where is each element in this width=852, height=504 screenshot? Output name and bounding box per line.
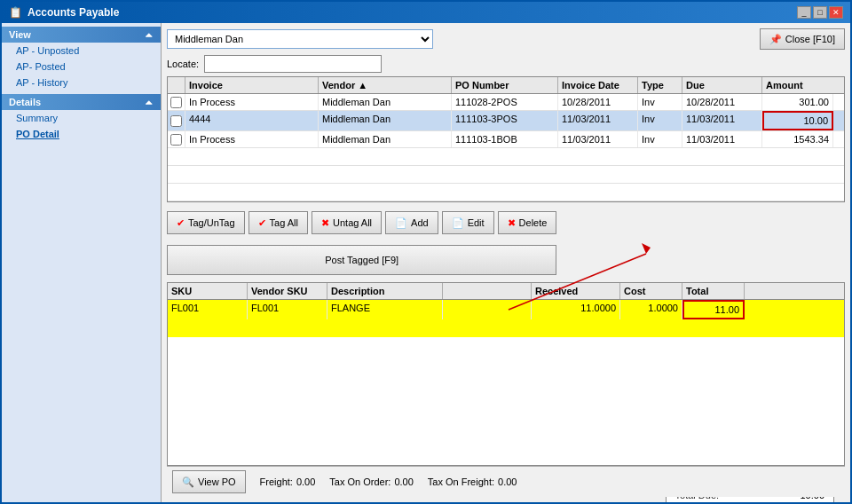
- po-row1-cost: 1.0000: [620, 300, 682, 319]
- sidebar: View ⏶ AP - Unposted AP- Posted AP - His…: [2, 23, 162, 502]
- row3-checkbox[interactable]: [170, 134, 182, 146]
- table-row[interactable]: In Process Middleman Dan 111103-1BOB 11/…: [168, 131, 844, 148]
- po-col-vendor-sku[interactable]: Vendor SKU: [248, 283, 327, 299]
- row2-checkbox-cell[interactable]: [168, 111, 185, 130]
- tag-all-label: Tag All: [270, 217, 298, 228]
- tag-all-button[interactable]: ✔ Tag All: [248, 211, 308, 234]
- action-buttons: ✔ Tag/UnTag ✔ Tag All ✖ Untag All 📄: [167, 211, 556, 234]
- col-type[interactable]: Type: [638, 77, 682, 93]
- table-row[interactable]: In Process Middleman Dan 111028-2POS 10/…: [168, 94, 844, 111]
- title-bar-controls: _ □ ✕: [797, 6, 843, 19]
- app-icon: 📋: [9, 6, 22, 19]
- po-detail-table: SKU Vendor SKU Description Received Cost…: [167, 282, 845, 466]
- tax-on-order-item: Tax On Order: 0.00: [329, 476, 414, 487]
- row3-vendor: Middleman Dan: [319, 131, 452, 147]
- row1-checkbox-cell[interactable]: [168, 94, 185, 110]
- vendor-select[interactable]: Middleman Dan: [167, 29, 433, 49]
- invoice-table-header: Invoice Vendor ▲ PO Number Invoice Date …: [168, 77, 844, 94]
- po-table-row[interactable]: FL001 FL001 FLANGE 11.0000 1.0000 11.00: [168, 300, 844, 319]
- row2-checkbox[interactable]: [170, 115, 182, 127]
- col-invoice[interactable]: Invoice: [185, 77, 319, 93]
- window-close-button[interactable]: ✕: [829, 6, 843, 19]
- main-window: 📋 Accounts Payable _ □ ✕ View ⏶ AP - Unp…: [0, 0, 852, 504]
- invoice-table: Invoice Vendor ▲ PO Number Invoice Date …: [167, 76, 845, 202]
- freight-label: Freight:: [260, 476, 293, 487]
- table-row-empty: [168, 148, 844, 166]
- col-vendor[interactable]: Vendor ▲: [319, 77, 452, 93]
- tax-on-freight-value: 0.00: [498, 476, 517, 487]
- delete-button[interactable]: ✖ Delete: [498, 211, 557, 234]
- close-button-label: Close [F10]: [785, 34, 835, 44]
- row2-type: Inv: [638, 111, 682, 130]
- sidebar-item-ap-history[interactable]: AP - History: [2, 75, 161, 91]
- sidebar-item-ap-posted[interactable]: AP- Posted: [2, 59, 161, 75]
- po-col-description[interactable]: Description: [327, 283, 443, 299]
- sidebar-item-po-detail[interactable]: PO Detail: [2, 126, 161, 142]
- table-row[interactable]: 4444 Middleman Dan 111103-3POS 11/03/201…: [168, 111, 844, 131]
- row1-checkbox[interactable]: [170, 97, 182, 108]
- row1-due: 10/28/2011: [682, 94, 762, 110]
- main-content: View ⏶ AP - Unposted AP- Posted AP - His…: [2, 23, 850, 502]
- tax-on-order-value: 0.00: [394, 476, 413, 487]
- sidebar-item-ap-unposted[interactable]: AP - Unposted: [2, 43, 161, 59]
- row3-amount: 1543.34: [762, 131, 833, 147]
- right-panel: Middleman Dan 📌 Close [F10] Locate: Invo…: [162, 23, 850, 502]
- title-bar: 📋 Accounts Payable _ □ ✕: [2, 2, 850, 23]
- table-row-empty: [168, 166, 844, 184]
- tag-untag-label: Tag/UnTag: [188, 217, 235, 228]
- untag-all-button[interactable]: ✖ Untag All: [312, 211, 382, 234]
- row2-invoice-date: 11/03/2011: [558, 111, 638, 130]
- po-col-received[interactable]: Received: [532, 283, 620, 299]
- locate-input[interactable]: [204, 55, 382, 73]
- untag-all-label: Untag All: [333, 217, 372, 228]
- view-section-header[interactable]: View ⏶: [2, 27, 161, 43]
- edit-label: Edit: [468, 217, 485, 228]
- minimize-button[interactable]: _: [797, 6, 811, 19]
- row1-type: Inv: [638, 94, 682, 110]
- po-row1-sku: FL001: [168, 300, 248, 319]
- freight-item: Freight: 0.00: [260, 476, 316, 487]
- sort-icon: ▲: [358, 80, 367, 91]
- details-section-header[interactable]: Details ⏶: [2, 94, 161, 110]
- window-title: Accounts Payable: [28, 6, 119, 19]
- col-due[interactable]: Due: [682, 77, 762, 93]
- add-button[interactable]: 📄 Add: [385, 211, 438, 234]
- post-tagged-label: Post Tagged [F9]: [325, 255, 398, 265]
- restore-button[interactable]: □: [813, 6, 827, 19]
- row3-checkbox-cell[interactable]: [168, 131, 185, 147]
- col-amount[interactable]: Amount: [762, 77, 833, 93]
- locate-row: Locate:: [167, 55, 845, 73]
- col-invoice-date[interactable]: Invoice Date: [558, 77, 638, 93]
- post-tagged-button[interactable]: Post Tagged [F9]: [167, 245, 556, 275]
- row1-amount: 301.00: [762, 94, 833, 110]
- po-col-sku[interactable]: SKU: [168, 283, 248, 299]
- col-po-number[interactable]: PO Number: [452, 77, 558, 93]
- view-po-button[interactable]: 🔍 View PO: [172, 470, 246, 493]
- add-label: Add: [411, 217, 429, 228]
- view-chevron-icon: ⏶: [145, 30, 154, 40]
- po-table-row-empty: [168, 319, 844, 337]
- view-po-icon: 🔍: [182, 476, 194, 488]
- details-chevron-icon: ⏶: [145, 98, 154, 107]
- row2-due: 11/03/2011: [682, 111, 762, 130]
- po-col-cost[interactable]: Cost: [620, 283, 682, 299]
- po-col-total[interactable]: Total: [682, 283, 745, 299]
- po-row1-total: 11.00: [682, 300, 745, 319]
- untag-all-icon: ✖: [321, 217, 329, 229]
- close-icon: 📌: [769, 34, 782, 45]
- row1-vendor: Middleman Dan: [319, 94, 452, 110]
- row2-invoice: 4444: [185, 111, 319, 130]
- view-section: View ⏶ AP - Unposted AP- Posted AP - His…: [2, 27, 161, 91]
- edit-button[interactable]: 📄 Edit: [442, 211, 494, 234]
- po-table-header: SKU Vendor SKU Description Received Cost…: [168, 283, 844, 300]
- details-section-label: Details: [9, 97, 41, 107]
- view-po-label: View PO: [198, 476, 236, 487]
- tag-untag-button[interactable]: ✔ Tag/UnTag: [167, 211, 245, 234]
- title-bar-left: 📋 Accounts Payable: [9, 6, 119, 19]
- footer: 🔍 View PO Freight: 0.00 Tax On Order: 0.…: [167, 466, 845, 497]
- sidebar-item-summary[interactable]: Summary: [2, 110, 161, 126]
- details-section: Details ⏶ Summary PO Detail: [2, 94, 161, 142]
- edit-icon: 📄: [452, 217, 464, 229]
- close-button[interactable]: 📌 Close [F10]: [760, 28, 845, 50]
- tax-on-order-label: Tax On Order:: [329, 476, 390, 487]
